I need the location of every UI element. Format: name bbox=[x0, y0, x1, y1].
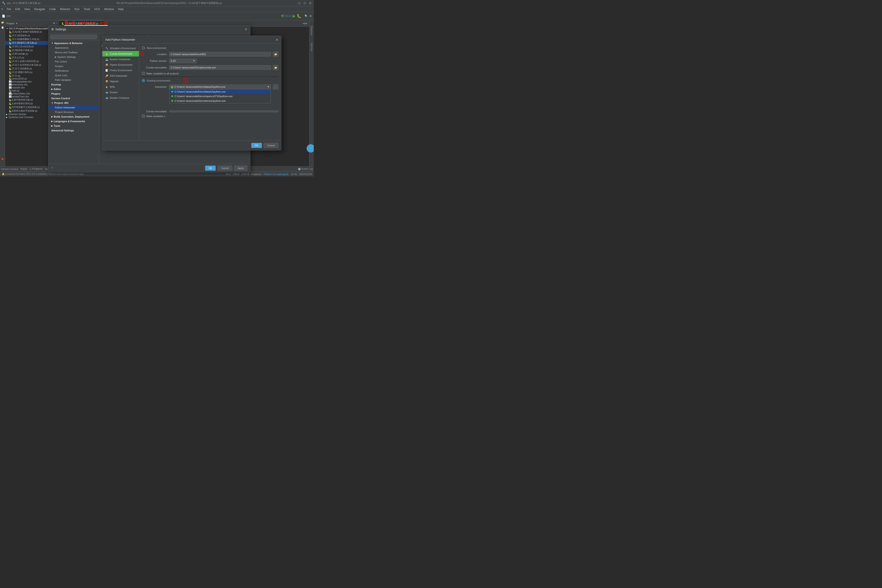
editor-nav-back[interactable]: ◀ bbox=[303, 22, 304, 25]
stree-appearance[interactable]: Appearance bbox=[48, 45, 99, 50]
close-button[interactable]: ✕ bbox=[309, 2, 312, 5]
stree-path-variables[interactable]: Path Variables bbox=[48, 78, 99, 82]
stree-editor[interactable]: ▶ Editor bbox=[48, 87, 99, 92]
menu-code[interactable]: Code bbox=[47, 7, 58, 11]
menu-run[interactable]: Run bbox=[73, 7, 81, 11]
toolbar-version[interactable]: 🌿 13.11 bbox=[281, 15, 291, 18]
stree-languages[interactable]: ▶ Languages & Frameworks bbox=[48, 119, 99, 124]
add-interp-cancel-button[interactable]: Cancel bbox=[264, 143, 278, 148]
sdkview-icon[interactable]: SdkView bbox=[310, 42, 313, 51]
stree-plugins[interactable]: Plugins bbox=[48, 92, 99, 96]
folder-icon: ▶ bbox=[6, 113, 8, 116]
existing-interp-select[interactable]: ⬤ C:\Users\ \anaconda3\envs\base2\python… bbox=[169, 84, 271, 89]
editor-nav-fwd[interactable]: ▶ bbox=[306, 22, 308, 25]
interp-type-virtualenv[interactable]: 🔧 Virtualenv Environment bbox=[102, 45, 139, 51]
add-interpreter-body: 🔧 Virtualenv Environment 🐍 Conda Environ… bbox=[102, 44, 281, 140]
stree-scopes[interactable]: Scopes bbox=[48, 64, 99, 69]
existing-conda-exe-input[interactable] bbox=[169, 111, 278, 112]
settings-search-input[interactable] bbox=[50, 34, 97, 39]
menu-navigate[interactable]: Navigate bbox=[32, 7, 47, 11]
stree-menus-toolbars[interactable]: Menus and Toolbars bbox=[48, 50, 99, 55]
interp-type-conda[interactable]: 🐍 Conda Environment 4 bbox=[102, 51, 139, 57]
conda-exe-browse-button[interactable]: 📁 bbox=[273, 65, 278, 70]
project-dropdown-icon[interactable]: ▼ bbox=[16, 22, 18, 25]
existing-make-available-checkbox[interactable] bbox=[142, 115, 145, 118]
project-label: Project bbox=[6, 22, 14, 25]
add-interp-ok-button[interactable]: OK bbox=[251, 143, 262, 148]
menu-help[interactable]: Help bbox=[116, 7, 126, 11]
make-available-checkbox[interactable] bbox=[142, 72, 145, 75]
location-input[interactable]: C:\Users\ \anaconda3\envs\001 bbox=[169, 52, 271, 57]
debug-button[interactable]: 🐛 bbox=[297, 14, 302, 18]
database-icon[interactable]: Database bbox=[310, 26, 313, 36]
project-icon[interactable]: 📁 bbox=[0, 21, 4, 25]
interp-type-wsl[interactable]: 🐧 WSL bbox=[102, 84, 139, 90]
interp-type-docker[interactable]: 🐳 Docker bbox=[102, 90, 139, 95]
toolbar-settings-icon[interactable]: ⚙ bbox=[309, 15, 312, 18]
stree-project-001[interactable]: ▼ Project: 001 bbox=[48, 100, 99, 105]
conda-exe-input[interactable]: C:\Users\ \anaconda3\Scripts\conda.exe bbox=[169, 65, 271, 70]
settings-apply-button[interactable]: Apply bbox=[234, 166, 248, 171]
problems-tab[interactable]: ⚠ Problems bbox=[29, 168, 43, 170]
menu-tools[interactable]: Tools bbox=[82, 7, 92, 11]
settings-header: ⚙ Settings ✕ bbox=[48, 26, 250, 33]
interp-type-pipenv[interactable]: 📦 Pipenv Environment bbox=[102, 62, 139, 68]
menu-edit[interactable]: Edit bbox=[14, 7, 22, 11]
stree-notifications[interactable]: Notifications bbox=[48, 69, 99, 73]
bookmarks-icon[interactable]: 🔖 bbox=[0, 158, 4, 162]
version-control-tab[interactable]: Version Control bbox=[1, 168, 18, 170]
poetry-icon: 📝 bbox=[105, 69, 108, 72]
menu-vcs[interactable]: VCS bbox=[92, 7, 102, 11]
stree-version-control[interactable]: Version Control bbox=[48, 96, 99, 100]
run-button[interactable]: ▶ bbox=[292, 14, 296, 18]
new-env-radio[interactable] bbox=[142, 46, 145, 50]
file-label: 13.5.3将值写入单元格.py bbox=[12, 41, 37, 45]
stree-build-exec[interactable]: ▶ Build, Execution, Deployment bbox=[48, 114, 99, 119]
dropdown-item[interactable]: C:\Users\ \anaconda3\envs\tensor\python.… bbox=[170, 99, 271, 103]
toolbar-file-icon: 📄 bbox=[2, 15, 5, 18]
docker-compose-icon: 🐳 bbox=[105, 96, 108, 99]
panel-collapse-icon[interactable]: − bbox=[56, 22, 57, 25]
py-file-icon: 🐍 bbox=[9, 31, 12, 33]
structure-icon[interactable]: 📋 bbox=[0, 26, 4, 30]
stree-appearance-behavior[interactable]: ▼ Appearance & Behavior bbox=[48, 41, 99, 45]
settings-close-button[interactable]: ✕ bbox=[244, 28, 248, 31]
interp-type-system[interactable]: 💻 System Interpreter bbox=[102, 57, 139, 62]
stree-tools[interactable]: ▶ Tools bbox=[48, 124, 99, 128]
existing-conda-exe-label: Conda executable: bbox=[142, 110, 167, 113]
stree-quick-lists[interactable]: Quick Lists bbox=[48, 73, 99, 78]
interp-type-ssh[interactable]: 🔑 SSH Interpreter bbox=[102, 73, 139, 78]
settings-cancel-button[interactable]: Cancel bbox=[218, 166, 232, 171]
existing-env-radio[interactable] bbox=[142, 79, 145, 82]
panel-settings-icon[interactable]: ⚙ bbox=[53, 22, 55, 25]
stree-project-structure[interactable]: Project Structure bbox=[48, 110, 99, 114]
help-icon[interactable]: ? bbox=[51, 166, 53, 170]
menu-window[interactable]: Window bbox=[102, 7, 116, 11]
location-browse-button[interactable]: 📁 bbox=[273, 52, 278, 57]
minimize-button[interactable]: ─ bbox=[298, 2, 301, 5]
stree-file-colors[interactable]: File Colors bbox=[48, 59, 99, 64]
interp-type-vagrant[interactable]: 📦 Vagrant bbox=[102, 78, 139, 84]
stree-label: File Colors bbox=[55, 60, 67, 63]
maximize-button[interactable]: □ bbox=[303, 2, 306, 5]
toolbar-search-icon[interactable]: 🔍 bbox=[304, 15, 308, 18]
stree-system-settings[interactable]: ▶ System Settings bbox=[48, 55, 99, 59]
stree-advanced-settings[interactable]: Advanced Settings bbox=[48, 128, 99, 133]
add-interp-title: Add Python Interpreter bbox=[105, 38, 135, 41]
menu-view[interactable]: View bbox=[22, 7, 32, 11]
menu-file[interactable]: File bbox=[5, 7, 13, 11]
event-log-tab[interactable]: ⬤ Event Log bbox=[298, 168, 313, 170]
settings-ok-button[interactable]: OK bbox=[205, 166, 216, 171]
dropdown-item[interactable]: C:\Users\ \anaconda3\envs\base2\python.e… bbox=[170, 89, 271, 94]
stree-python-interpreter[interactable]: Python Interpreter 2 bbox=[48, 105, 99, 110]
interp-type-docker-compose[interactable]: 🐳 Docker Compose bbox=[102, 95, 139, 100]
python-version-select[interactable]: 3.10 ▼ bbox=[169, 58, 196, 63]
interp-browse-button[interactable]: … bbox=[273, 84, 278, 89]
menu-refactor[interactable]: Refactor bbox=[58, 7, 72, 11]
dropdown-item[interactable]: C:\Users\ \anaconda3\envs\opencv3716\pyt… bbox=[170, 94, 271, 99]
add-interpreter-close-button[interactable]: ✕ bbox=[276, 38, 278, 42]
todo-tab[interactable]: TODO bbox=[20, 168, 27, 170]
stree-keymap[interactable]: Keymap bbox=[48, 82, 99, 87]
interpreter-dropdown-list: C:\Users\ \anaconda3\envs\base2\python.e… bbox=[169, 89, 271, 104]
interp-type-poetry[interactable]: 📝 Poetry Environment bbox=[102, 68, 139, 73]
